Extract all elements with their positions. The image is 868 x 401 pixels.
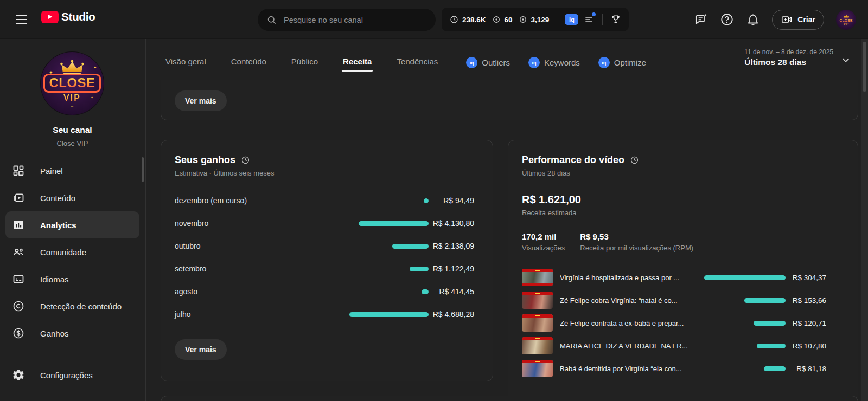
earnings-value: R$ 414,45: [429, 287, 474, 296]
sidebar-item-idiomas[interactable]: Idiomas: [0, 266, 145, 293]
earnings-row: outubro R$ 2.138,09: [161, 235, 493, 257]
sidebar-item-ganhos[interactable]: Ganhos: [0, 320, 145, 347]
vidiq-icon: iq: [528, 57, 540, 68]
video-thumbnail: [522, 292, 553, 309]
video-plus-icon: [781, 14, 793, 25]
tab-keywords[interactable]: iq Keywords: [528, 57, 580, 80]
sidebar-item-label: Idiomas: [40, 275, 69, 284]
tab-publico[interactable]: Público: [290, 57, 319, 80]
date-range-picker[interactable]: 11 de nov. – 8 de dez. de 2025 Últimos 2…: [744, 48, 833, 67]
video-row[interactable]: Babá é demitida por Virgínia “ela con...…: [508, 357, 858, 380]
revenue-bar: [704, 275, 786, 280]
eye-icon: [518, 15, 528, 24]
hamburger-icon: [16, 15, 27, 16]
sidebar-item-deteccao[interactable]: Detecção de conteúdo: [0, 293, 145, 320]
chevron-down-icon[interactable]: [840, 54, 852, 66]
sidebar-item-configuracoes[interactable]: Configurações: [0, 361, 145, 389]
vidiq-icon[interactable]: iq: [565, 14, 578, 25]
crown-icon: [843, 14, 850, 18]
avatar-vip-text: VIP: [63, 93, 81, 103]
views-value: 3,129: [531, 16, 550, 24]
month-label: agosto: [175, 287, 344, 296]
video-title: Virgínia é hospitalizada e passa por ...: [560, 274, 701, 282]
search-box[interactable]: [258, 9, 436, 31]
tab-tendencias[interactable]: Tendências: [395, 57, 439, 80]
video-revenue-value: R$ 304,37: [786, 274, 826, 282]
create-button[interactable]: Criar: [772, 10, 824, 30]
revenue-bar: [764, 366, 786, 371]
rpm-kpi: R$ 9,53 Receita por mil visualizações (R…: [580, 232, 693, 252]
analytics-icon: [12, 218, 25, 231]
tab-conteudo[interactable]: Conteúdo: [230, 57, 267, 80]
channel-avatar[interactable]: CLOSE VIP ⌄ ✦ ✦ ✦: [40, 51, 104, 115]
trophy-icon: [610, 14, 621, 25]
sidebar-item-label: Ganhos: [40, 329, 69, 338]
notifications-button[interactable]: [746, 12, 760, 27]
avatar-close-text: CLOSE: [43, 74, 100, 93]
tab-receita[interactable]: Receita: [342, 57, 373, 80]
video-revenue-value: R$ 81,18: [786, 365, 826, 373]
earnings-card: Seus ganhos Estimativa · Últimos seis me…: [161, 140, 493, 381]
sidebar-item-label: Conteúdo: [40, 193, 75, 203]
see-more-button[interactable]: Ver mais: [175, 339, 227, 360]
sidebar-item-comunidade[interactable]: Comunidade: [0, 238, 145, 266]
search-input[interactable]: [284, 16, 427, 24]
avatar-chevron: ⌄: [70, 104, 74, 107]
menu-button[interactable]: [13, 11, 30, 28]
help-button[interactable]: [720, 12, 734, 27]
vidiq-list-button[interactable]: [584, 14, 595, 25]
video-revenue-value: R$ 153,66: [786, 296, 826, 305]
earnings-bar: [422, 289, 429, 294]
video-row[interactable]: MARIA ALICE DIZ A VERDADE NA FR... R$ 10…: [508, 334, 858, 357]
tab-outliers[interactable]: iq Outliers: [466, 57, 510, 80]
video-row[interactable]: Zé Felipe contrata a ex-babá e prepar...…: [508, 312, 858, 334]
create-label: Criar: [797, 15, 815, 24]
gear-icon: [12, 368, 25, 381]
partial-card-top: Ver mais: [161, 80, 858, 120]
watch-time-stat: 238.6K: [449, 15, 486, 24]
divider: [557, 14, 557, 25]
sidebar-item-label: Detecção de conteúdo: [40, 302, 122, 311]
main-scrollbar[interactable]: [861, 39, 868, 401]
clock-icon: [449, 15, 459, 24]
video-row[interactable]: Virgínia é hospitalizada e passa por ...…: [508, 266, 858, 289]
month-label: outubro: [175, 242, 344, 250]
sidebar-settings: Configurações: [0, 361, 145, 389]
performance-card-subtitle: Últimos 28 dias: [508, 166, 858, 177]
account-avatar[interactable]: CLOSE VIP: [836, 10, 856, 30]
performance-kpis: 170,2 mil Visualizações R$ 9,53 Receita …: [508, 217, 858, 252]
estimated-revenue-label: Receita estimada: [508, 206, 858, 217]
feedback-button[interactable]: [694, 12, 708, 27]
delayed-clock-icon: [630, 156, 639, 165]
sidebar-item-analytics[interactable]: Analytics: [5, 211, 139, 238]
video-thumbnail: [522, 269, 553, 286]
views-stat: 3,129: [518, 15, 550, 24]
scrollbar-thumb[interactable]: [863, 42, 866, 92]
views-per-hour-value: 60: [505, 16, 513, 24]
sidebar-item-label: Painel: [40, 166, 63, 176]
earnings-value: R$ 94,49: [429, 196, 474, 205]
video-revenue-value: R$ 120,71: [786, 319, 826, 327]
tab-optimize[interactable]: iq Optimize: [598, 57, 646, 80]
achievements-button[interactable]: [610, 14, 621, 25]
topbar-actions: Criar CLOSE VIP: [694, 0, 856, 39]
see-more-button[interactable]: Ver mais: [175, 90, 227, 111]
sidebar-item-painel[interactable]: Painel: [0, 157, 145, 184]
main-area: Visão geral Conteúdo Público Receita Ten…: [145, 39, 868, 401]
sidebar: CLOSE VIP ⌄ ✦ ✦ ✦ Seu canal Close VIP Pa…: [0, 39, 145, 401]
sidebar-item-conteudo[interactable]: Conteúdo: [0, 184, 145, 211]
video-performance-card: Performance do vídeo Últimos 28 dias R$ …: [508, 140, 858, 401]
tab-visao-geral[interactable]: Visão geral: [164, 57, 207, 80]
views-kpi: 170,2 mil Visualizações: [522, 232, 565, 252]
studio-logo[interactable]: Studio: [41, 10, 95, 23]
month-label: dezembro (em curso): [175, 196, 344, 205]
date-range-text: 11 de nov. – 8 de dez. de 2025: [744, 48, 833, 56]
sidebar-scrollbar[interactable]: [142, 157, 144, 182]
topbar: Studio 238.6K 60 3,129 iq: [0, 0, 868, 39]
partial-card-bottom: [161, 396, 858, 401]
earnings-row: julho R$ 4.688,28: [161, 303, 493, 326]
views-per-hour-stat: 60: [492, 15, 513, 24]
video-row[interactable]: Zé Felipe cobra Virgínia: “natal é co...…: [508, 289, 858, 312]
video-thumbnail: [522, 360, 553, 377]
video-title: MARIA ALICE DIZ A VERDADE NA FR...: [560, 342, 701, 350]
